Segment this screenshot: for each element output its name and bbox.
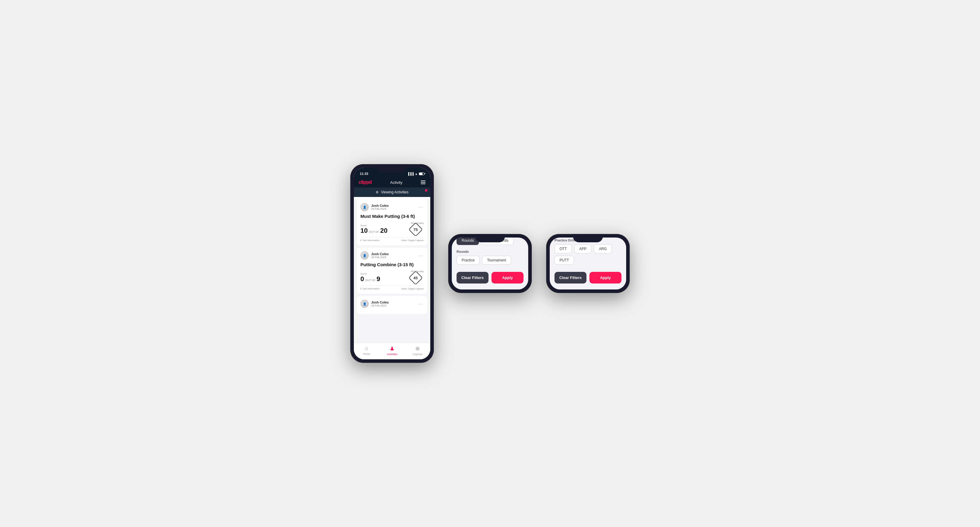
banner-text-1: Viewing Activities [381,190,409,194]
screens-container: 11:33 ▐▐▐ ▲ clippd Activity ⚙ [350,164,630,363]
activity-title-2: Putting Combine (3-15 ft) [360,262,424,267]
apply-button-2[interactable]: Apply [492,272,523,284]
time-1: 11:33 [360,172,368,175]
activity-card-2: 👤 Josh Coles 28 Feb 2023 ··· Putting Com… [357,248,427,294]
user-info-2: 👤 Josh Coles 28 Feb 2023 [360,251,389,260]
shot-quality-badge-1: 75 [409,222,423,237]
activity-card-3: 👤 Josh Coles 28 Feb 2023 ··· [357,296,427,314]
user-meta-3: Josh Coles 28 Feb 2023 [371,300,389,307]
practice-drills-filter-buttons-3: OTT APP ARG PUTT [555,244,621,265]
score-value-1: 10 [360,227,368,235]
user-name-3: Josh Coles [371,300,389,304]
avatar-circle-3: 👤 [360,300,369,308]
logo-1: clippd [359,179,372,185]
notch-3 [573,234,603,242]
menu-button-1[interactable] [421,181,425,184]
footer-right-1: Data: Clippd Capture [401,239,424,242]
avatar-3: 👤 [360,300,369,308]
avatar-1: 👤 [360,203,369,211]
header-title-1: Activity [390,180,402,185]
shot-quality-badge-2: 45 [409,271,423,285]
card-footer-1: ℹ Test Information Data: Clippd Capture [360,237,424,242]
user-meta-2: Josh Coles 28 Feb 2023 [371,252,389,259]
app-header-1: clippd Activity [354,177,430,187]
filter-overlay-2: Filter ✕ Show Rounds Practice Drills Rou… [452,238,528,289]
score-label-1: Score [360,224,388,227]
footer-right-2: Data: Clippd Capture [401,287,424,290]
avatar-circle-2: 👤 [360,251,369,260]
activity-card-1: 👤 Josh Coles 28 Feb 2023 ··· Must Make P… [357,199,427,245]
phone-1: 11:33 ▐▐▐ ▲ clippd Activity ⚙ [350,164,434,363]
score-value-2: 0 [360,275,364,283]
filter-icon-1: ⚙ [375,190,379,194]
home-icon-1: ⌂ [365,345,368,352]
activities-icon-1: ♟ [390,345,395,352]
score-group-2: Score 0 OUT OF 9 [360,273,380,283]
phone-inner-1: 11:33 ▐▐▐ ▲ clippd Activity ⚙ [354,168,430,359]
ott-button-3[interactable]: OTT [555,244,572,253]
tournament-button-2[interactable]: Tournament [482,256,511,265]
card-header-1: 👤 Josh Coles 28 Feb 2023 ··· [360,203,424,211]
arg-button-3[interactable]: ARG [594,244,612,253]
apply-button-3[interactable]: Apply [589,272,621,284]
score-group-1: Score 10 OUT OF 20 [360,224,388,235]
shot-quality-value-1: 75 [414,227,418,232]
filter-modal-3: Filter ✕ Show Rounds Practice Drills Pra… [550,238,626,289]
home-label-1: Home [363,352,370,356]
capture-icon-1: ⊕ [415,345,420,352]
user-info-3: 👤 Josh Coles 28 Feb 2023 [360,300,389,308]
user-meta-1: Josh Coles 28 Feb 2023 [371,204,389,210]
phone-2: 11:33 ▐▐▐ ▲ clippd Activity ⚙ [448,234,532,293]
avatar-circle-1: 👤 [360,203,369,211]
card-header-2: 👤 Josh Coles 28 Feb 2023 ··· [360,251,424,260]
filter-modal-2: Filter ✕ Show Rounds Practice Drills Rou… [452,238,528,289]
modal-actions-2: Clear Filters Apply [457,272,523,284]
battery-icon-1 [419,173,424,175]
card-footer-2: ℹ Test Information Data: Clippd Capture [360,285,424,290]
app-button-3[interactable]: APP [574,244,592,253]
info-icon-1: ℹ [360,239,361,242]
shots-value-2: 9 [377,275,380,283]
shot-quality-group-2: Shot Quality 45 [410,270,424,283]
card-header-3: 👤 Josh Coles 28 Feb 2023 ··· [360,300,424,308]
user-name-1: Josh Coles [371,204,389,207]
wifi-icon-1: ▲ [415,172,418,175]
shot-quality-value-2: 45 [414,276,418,280]
nav-activities-1[interactable]: ♟ Activities [383,345,401,356]
status-icons-1: ▐▐▐ ▲ [407,172,424,175]
clear-filters-button-2[interactable]: Clear Filters [457,272,488,284]
user-info-1: 👤 Josh Coles 28 Feb 2023 [360,203,389,211]
score-label-2: Score [360,273,380,275]
activity-title-1: Must Make Putting (3-6 ft) [360,214,424,219]
more-menu-2[interactable]: ··· [418,253,424,258]
out-of-1: OUT OF [369,230,379,233]
phone-3: 11:33 ▐▐▐ ▲ clippd Activity ⚙ [546,234,630,293]
modal-actions-3: Clear Filters Apply [555,272,621,284]
bottom-nav-1: ⌂ Home ♟ Activities ⊕ Capture [354,343,430,359]
info-icon-2: ℹ [360,287,361,290]
viewing-banner-1[interactable]: ⚙ Viewing Activities [354,187,430,197]
rounds-section-label-2: Rounds [457,250,523,253]
user-date-3: 28 Feb 2023 [371,304,389,307]
signal-icon-1: ▐▐▐ [407,172,414,175]
filter-overlay-3: Filter ✕ Show Rounds Practice Drills Pra… [550,238,626,289]
notch-1 [377,164,407,173]
user-date-2: 28 Feb 2023 [371,256,389,259]
nav-home-1[interactable]: ⌂ Home [358,345,375,356]
user-date-1: 28 Feb 2023 [371,207,389,210]
practice-round-button-2[interactable]: Practice [457,256,480,265]
out-of-2: OUT OF [365,279,375,282]
more-menu-1[interactable]: ··· [418,205,424,210]
putt-button-3[interactable]: PUTT [555,256,574,265]
nav-capture-1[interactable]: ⊕ Capture [409,345,426,356]
avatar-2: 👤 [360,251,369,260]
phone-inner-2: 11:33 ▐▐▐ ▲ clippd Activity ⚙ [452,238,528,289]
shot-quality-group-1: Shot Quality 75 [410,222,424,235]
more-menu-3[interactable]: ··· [418,302,424,306]
footer-left-1: ℹ Test Information [360,239,380,242]
shots-value-1: 20 [380,227,387,235]
screen-content-1: 👤 Josh Coles 28 Feb 2023 ··· Must Make P… [354,199,430,343]
footer-left-2: ℹ Test Information [360,287,380,290]
clear-filters-button-3[interactable]: Clear Filters [555,272,587,284]
capture-label-1: Capture [413,353,422,356]
